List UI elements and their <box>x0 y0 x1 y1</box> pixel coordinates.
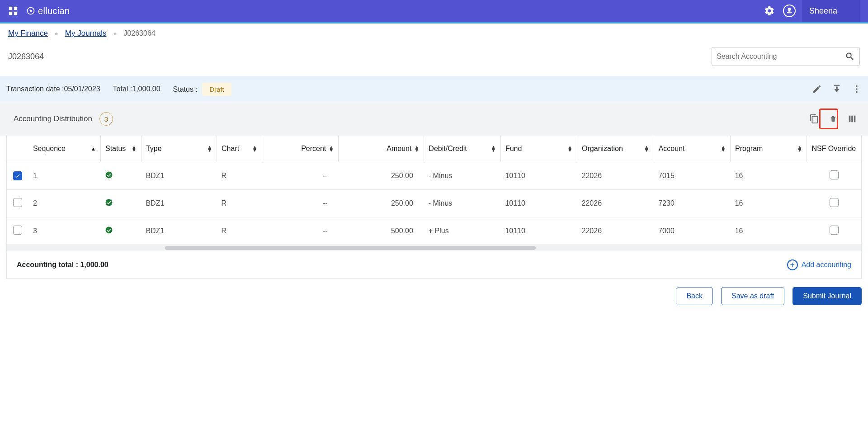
cell-organization: 22026 <box>577 162 654 190</box>
transaction-date-label: Transaction date : <box>6 85 64 93</box>
breadcrumb-current: J0263064 <box>123 29 155 37</box>
save-as-draft-button[interactable]: Save as draft <box>721 287 784 305</box>
columns-icon <box>847 114 857 124</box>
nsf-override-checkbox[interactable] <box>830 226 839 235</box>
cell-chart: R <box>217 162 262 190</box>
table-horizontal-scrollbar[interactable] <box>7 245 861 251</box>
cell-program: 16 <box>731 162 807 190</box>
col-header-type[interactable]: Type▲▼ <box>141 136 217 162</box>
svg-point-7 <box>856 88 858 90</box>
breadcrumb-separator: ● <box>55 30 58 37</box>
row-select-checkbox[interactable] <box>13 226 22 235</box>
transaction-date-value: 05/01/2023 <box>64 85 100 93</box>
col-header-organization[interactable]: Organization▲▼ <box>577 136 654 162</box>
accounting-total-label: Accounting total : 1,000.00 <box>17 261 108 269</box>
status-badge: Draft <box>202 83 231 96</box>
nsf-override-checkbox[interactable] <box>830 170 839 179</box>
username-label: Sheena <box>809 6 837 16</box>
col-header-program[interactable]: Program▲▼ <box>731 136 807 162</box>
submit-journal-button[interactable]: Submit Journal <box>793 287 862 305</box>
cell-sequence: 1 <box>28 162 101 190</box>
row-select-checkbox[interactable] <box>13 171 22 180</box>
cell-fund: 10110 <box>500 162 577 190</box>
plus-circle-icon: + <box>787 259 798 270</box>
accounting-table: Sequence▲ Status▲▼ Type▲▼ Chart▲▼ Percen… <box>6 136 862 279</box>
row-select-checkbox[interactable] <box>13 198 22 207</box>
col-header-status[interactable]: Status▲▼ <box>100 136 141 162</box>
add-accounting-button[interactable]: + Add accounting <box>787 259 851 270</box>
cell-organization: 22026 <box>577 217 654 245</box>
col-header-account[interactable]: Account▲▼ <box>654 136 730 162</box>
edit-pencil-icon[interactable] <box>812 84 822 94</box>
cell-amount: 250.00 <box>339 190 424 217</box>
more-vertical-icon[interactable] <box>852 84 862 94</box>
settings-gear-icon[interactable] <box>764 5 775 16</box>
col-header-chart[interactable]: Chart▲▼ <box>217 136 262 162</box>
search-icon[interactable] <box>845 52 855 61</box>
cell-fund: 10110 <box>500 217 577 245</box>
brand-logo-icon <box>26 6 35 15</box>
col-header-debit-credit[interactable]: Debit/Credit▲▼ <box>424 136 501 162</box>
svg-point-9 <box>106 172 113 179</box>
cell-status <box>100 162 141 190</box>
cell-percent: -- <box>262 162 338 190</box>
breadcrumb-link-my-journals[interactable]: My Journals <box>65 29 107 38</box>
cell-program: 16 <box>731 217 807 245</box>
cell-account: 7230 <box>654 190 730 217</box>
svg-point-11 <box>106 227 113 234</box>
delete-row-button[interactable] <box>819 108 838 129</box>
cell-debit-credit: + Plus <box>424 217 501 245</box>
cell-nsf-override <box>807 190 861 217</box>
cell-type: BDZ1 <box>141 217 217 245</box>
total-label: Total : <box>113 85 132 93</box>
cell-chart: R <box>217 190 262 217</box>
status-label: Status : <box>173 85 198 93</box>
cell-sequence: 2 <box>28 190 101 217</box>
page-title-bar: J0263064 <box>0 42 868 76</box>
breadcrumb: My Finance ● My Journals ● J0263064 <box>0 24 868 42</box>
nsf-override-checkbox[interactable] <box>830 198 839 207</box>
cell-program: 16 <box>731 190 807 217</box>
scrollbar-thumb[interactable] <box>165 246 536 250</box>
svg-point-8 <box>856 91 858 93</box>
table-header-row: Sequence▲ Status▲▼ Type▲▼ Chart▲▼ Percen… <box>7 136 861 162</box>
col-header-fund[interactable]: Fund▲▼ <box>500 136 577 162</box>
table-footer: Accounting total : 1,000.00 + Add accoun… <box>7 251 861 278</box>
columns-toggle-button[interactable] <box>838 108 857 129</box>
col-header-nsf-override[interactable]: NSF Override <box>807 136 861 162</box>
breadcrumb-link-my-finance[interactable]: My Finance <box>8 29 48 38</box>
cell-account: 7000 <box>654 217 730 245</box>
user-avatar-icon[interactable] <box>783 5 796 17</box>
status-ok-icon <box>105 226 113 234</box>
cell-chart: R <box>217 217 262 245</box>
download-icon[interactable] <box>832 84 842 94</box>
table-row[interactable]: 2BDZ1R--250.00- Minus1011022026723016 <box>7 190 861 217</box>
cell-nsf-override <box>807 162 861 190</box>
search-accounting-box[interactable] <box>712 47 860 66</box>
cell-percent: -- <box>262 190 338 217</box>
col-header-amount[interactable]: Amount▲▼ <box>339 136 424 162</box>
page-title: J0263064 <box>8 52 712 61</box>
add-accounting-label: Add accounting <box>802 261 851 269</box>
copy-icon <box>809 114 819 124</box>
svg-rect-0 <box>9 7 12 10</box>
back-button[interactable]: Back <box>676 287 713 305</box>
cell-sequence: 3 <box>28 217 101 245</box>
user-menu[interactable]: Sheena <box>802 0 860 22</box>
col-header-select <box>7 136 28 162</box>
cell-status <box>100 190 141 217</box>
search-input[interactable] <box>717 52 845 61</box>
table-row[interactable]: 1BDZ1R--250.00- Minus1011022026701516 <box>7 162 861 190</box>
table-row[interactable]: 3BDZ1R--500.00+ Plus1011022026700016 <box>7 217 861 245</box>
cell-debit-credit: - Minus <box>424 162 501 190</box>
svg-rect-1 <box>14 7 17 10</box>
apps-grid-icon[interactable] <box>8 6 18 16</box>
col-header-sequence[interactable]: Sequence▲ <box>28 136 101 162</box>
cell-type: BDZ1 <box>141 162 217 190</box>
section-title: Accounting Distribution <box>14 114 92 123</box>
form-actions: Back Save as draft Submit Journal <box>0 279 868 309</box>
cell-nsf-override <box>807 217 861 245</box>
copy-row-button[interactable] <box>800 108 819 129</box>
col-header-percent[interactable]: Percent▲▼ <box>262 136 338 162</box>
journal-summary-bar: Transaction date :05/01/2023 Total :1,00… <box>0 76 868 102</box>
